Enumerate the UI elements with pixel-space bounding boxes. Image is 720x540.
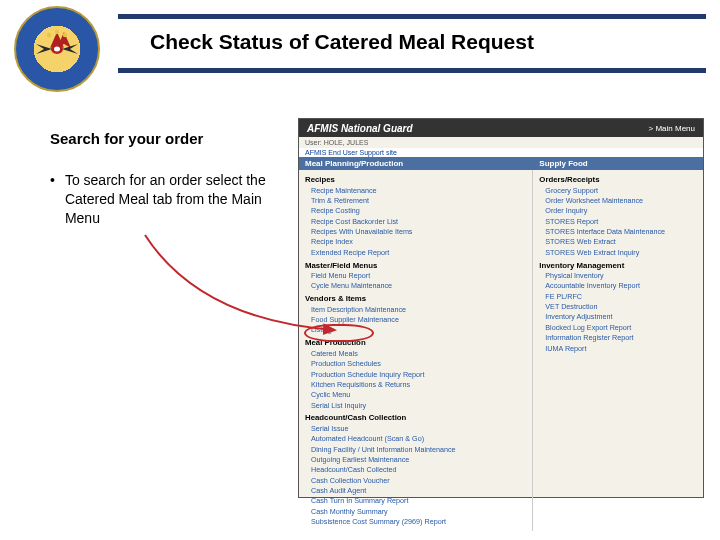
menu-item[interactable]: STORES Report [539,216,697,226]
svg-point-3 [47,33,51,37]
menu-section-header: Recipes [305,175,526,184]
app-title-bar: AFMIS National Guard > Main Menu [299,119,703,137]
search-subtitle: Search for your order [50,130,280,147]
menu-column-right: Orders/ReceiptsGrocery SupportOrder Work… [533,170,703,531]
slide-title: Check Status of Catered Meal Request [150,30,534,54]
menu-section-header: Master/Field Menus [305,261,526,270]
menu-item[interactable]: Recipe Maintenance [305,185,526,195]
header-rule-bottom [118,68,706,73]
menu-item[interactable]: Trim & Retirement [305,195,526,205]
section-header-right: Supply Food [533,157,593,170]
support-link[interactable]: AFMIS End User Support site [299,148,703,157]
menu-section-header: Vendors & Items [305,294,526,303]
menu-item[interactable]: Field Menu Report [305,271,526,281]
menu-item[interactable]: Catered Meals [305,348,526,358]
menu-item[interactable]: Item Description Maintenance [305,304,526,314]
menu-item[interactable]: Blocked Log Export Report [539,322,697,332]
menu-item[interactable]: Listing [305,325,526,335]
menu-item[interactable]: STORES Web Extract [539,237,697,247]
menu-item[interactable]: Dining Facility / Unit Information Maint… [305,444,526,454]
menu-item[interactable]: STORES Interface Data Maintenance [539,226,697,236]
svg-point-2 [55,30,59,34]
menu-section-header: Orders/Receipts [539,175,697,184]
menu-item[interactable]: Cash Audit Agent [305,486,526,496]
instruction-text: To search for an order select the Catere… [65,171,280,228]
menu-item[interactable]: Recipe Index [305,237,526,247]
menu-item[interactable]: Production Schedule Inquiry Report [305,369,526,379]
section-header-left: Meal Planning/Production [299,157,533,170]
menu-item[interactable]: Kitchen Requisitions & Returns [305,379,526,389]
menu-item[interactable]: Headcount/Cash Collected [305,465,526,475]
menu-item[interactable]: Accountable Inventory Report [539,281,697,291]
menu-item[interactable]: Cash Monthly Summary [305,506,526,516]
menu-item[interactable]: STORES Web Extract Inquiry [539,247,697,257]
afmis-app-screenshot: AFMIS National Guard > Main Menu User: H… [298,118,704,498]
menu-item[interactable]: Serial List Inquiry [305,400,526,410]
menu-item[interactable]: Subsistence Cost Summary (2969) Report [305,517,526,527]
instruction-bullet: • To search for an order select the Cate… [50,171,280,228]
menu-item[interactable]: Extended Recipe Report [305,247,526,257]
menu-item[interactable]: FE PL/RFC [539,291,697,301]
bullet-dot: • [50,171,55,228]
menu-item[interactable]: Physical Inventory [539,271,697,281]
menu-item[interactable]: Cash Turn In Summary Report [305,496,526,506]
menu-section-header: Headcount/Cash Collection [305,413,526,422]
menu-column-left: RecipesRecipe MaintenanceTrim & Retireme… [299,170,533,531]
menu-section-header: Inventory Management [539,261,697,270]
menu-item[interactable]: Outgoing Earliest Maintenance [305,455,526,465]
menu-item[interactable]: Serial Issue [305,423,526,433]
svg-point-1 [54,47,60,52]
menu-item[interactable]: Information Register Report [539,333,697,343]
menu-item[interactable]: Cash Collection Voucher [305,475,526,485]
user-line: User: HOLE, JULES [299,137,703,148]
main-menu-link[interactable]: > Main Menu [649,124,695,133]
menu-item[interactable]: Recipes With Unavailable Items [305,226,526,236]
menu-item[interactable]: Recipe Costing [305,206,526,216]
header-rule-top [118,14,706,19]
menu-item[interactable]: Food Supplier Maintenance [305,315,526,325]
instruction-column: Search for your order • To search for an… [50,130,280,228]
menu-item[interactable]: Production Schedules [305,359,526,369]
menu-item[interactable]: VET Destruction [539,302,697,312]
menu-item[interactable]: Grocery Support [539,185,697,195]
menu-section-header: Meal Production [305,338,526,347]
menu-item[interactable]: Inventory Adjustment [539,312,697,322]
menu-item[interactable]: Order Worksheet Maintenance [539,195,697,205]
menu-item[interactable]: Automated Headcount (Scan & Go) [305,434,526,444]
menu-item[interactable]: IUMA Report [539,343,697,353]
menu-item[interactable]: Order Inquiry [539,206,697,216]
menu-item[interactable]: Cycle Menu Maintenance [305,281,526,291]
section-header-bar: Meal Planning/Production Supply Food [299,157,703,170]
organization-seal [14,6,100,92]
app-brand: AFMIS National Guard [307,123,413,134]
menu-item[interactable]: Recipe Cost Backorder List [305,216,526,226]
menu-item[interactable]: Cyclic Menu [305,390,526,400]
svg-point-4 [63,33,67,37]
